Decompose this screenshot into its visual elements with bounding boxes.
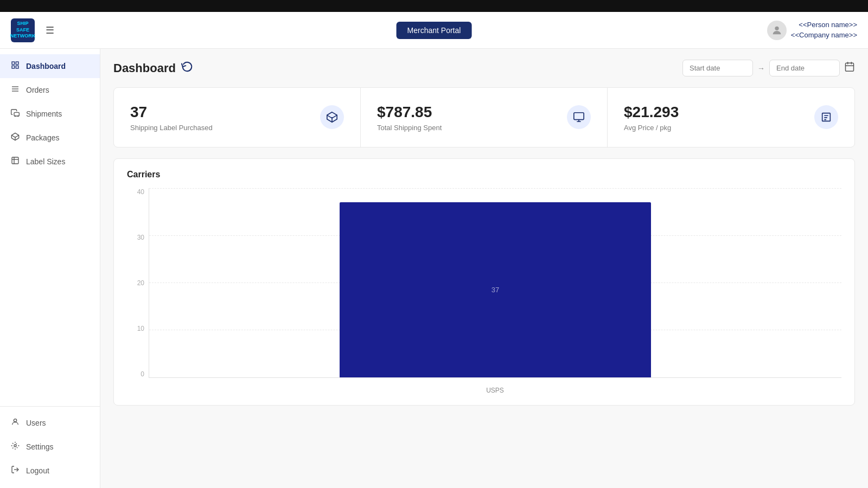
label-sizes-label: Label Sizes xyxy=(26,157,65,166)
sidebar-bottom: UsersSettingsLogout xyxy=(0,406,100,483)
sidebar: DashboardOrdersShipmentsPackagesLabel Si… xyxy=(0,49,100,488)
chart-plot: 37 xyxy=(149,188,841,378)
merchant-portal-button[interactable]: Merchant Portal xyxy=(397,22,472,39)
y-axis-label: 10 xyxy=(137,325,144,332)
logout-icon xyxy=(10,465,21,476)
sidebar-item-users[interactable]: Users xyxy=(0,411,100,435)
stat-icon-avg-price xyxy=(814,105,838,129)
logo-icon: SHIP SAFENETWORK xyxy=(11,18,35,42)
stat-info-total-shipping: $787.85Total Shipping Spent xyxy=(377,103,442,132)
person-name: <<Person name>> xyxy=(791,20,857,30)
sidebar-item-dashboard[interactable]: Dashboard xyxy=(0,54,100,78)
stat-value-shipping-label: 37 xyxy=(130,103,213,121)
svg-rect-12 xyxy=(12,157,18,164)
refresh-icon[interactable] xyxy=(181,61,193,75)
settings-label: Settings xyxy=(26,442,54,451)
y-axis-label: 40 xyxy=(137,188,144,196)
stat-info-avg-price: $21.293Avg Price / pkg xyxy=(624,103,679,132)
main-content: Dashboard → xyxy=(100,49,868,488)
header-right: <<Person name>> <<Company name>> xyxy=(767,20,857,40)
svg-point-0 xyxy=(775,26,778,30)
stat-label-avg-price: Avg Price / pkg xyxy=(624,124,679,132)
settings-icon xyxy=(10,441,21,452)
svg-point-9 xyxy=(15,115,15,116)
bar-value-label-USPS: 37 xyxy=(492,286,499,294)
y-axis-label: 20 xyxy=(137,279,144,287)
svg-point-16 xyxy=(14,445,16,447)
stat-card-shipping-label: 37Shipping Label Purchased xyxy=(114,88,361,147)
sidebar-item-shipments[interactable]: Shipments xyxy=(0,102,100,126)
sidebar-item-logout[interactable]: Logout xyxy=(0,459,100,483)
y-axis-label: 30 xyxy=(137,234,144,241)
page-title: Dashboard xyxy=(113,61,176,75)
chart-area: 403020100 37 USPS xyxy=(127,188,841,394)
stat-icon-total-shipping xyxy=(567,105,591,129)
stat-icon-shipping-label xyxy=(320,105,344,129)
start-date-input[interactable] xyxy=(682,60,753,76)
svg-rect-18 xyxy=(846,63,854,71)
top-bar xyxy=(0,0,868,12)
stat-value-total-shipping: $787.85 xyxy=(377,103,442,121)
chart-title: Carriers xyxy=(127,170,841,179)
chart-section: Carriers 403020100 37 USPS xyxy=(113,158,855,406)
date-range: → xyxy=(682,60,855,76)
sidebar-item-settings[interactable]: Settings xyxy=(0,435,100,459)
packages-icon xyxy=(10,132,21,143)
end-date-input[interactable] xyxy=(769,60,840,76)
x-label-USPS: USPS xyxy=(486,387,504,394)
user-info: <<Person name>> <<Company name>> xyxy=(791,20,857,40)
date-arrow: → xyxy=(757,64,765,73)
logo-area: SHIP SAFENETWORK ☰ xyxy=(11,18,54,42)
avatar xyxy=(767,21,787,40)
stat-label-total-shipping: Total Shipping Spent xyxy=(377,124,442,132)
packages-label: Packages xyxy=(26,133,59,142)
orders-label: Orders xyxy=(26,86,49,94)
bar-fill-USPS: 37 xyxy=(340,202,651,377)
svg-rect-23 xyxy=(574,113,584,120)
stat-card-total-shipping: $787.85Total Shipping Spent xyxy=(361,88,608,147)
bar-USPS: 37 xyxy=(340,188,651,377)
header: SHIP SAFENETWORK ☰ Merchant Portal <<Per… xyxy=(0,12,868,49)
calendar-icon[interactable] xyxy=(844,61,855,75)
y-axis-label: 0 xyxy=(141,370,144,378)
stats-row: 37Shipping Label Purchased$787.85Total S… xyxy=(113,87,855,147)
stat-info-shipping-label: 37Shipping Label Purchased xyxy=(130,103,213,132)
label-sizes-icon xyxy=(10,156,21,167)
company-name: <<Company name>> xyxy=(791,30,857,40)
hamburger-menu[interactable]: ☰ xyxy=(46,24,54,36)
dashboard-label: Dashboard xyxy=(26,62,66,70)
svg-point-10 xyxy=(18,115,18,116)
stat-card-avg-price: $21.293Avg Price / pkg xyxy=(608,88,854,147)
header-center: Merchant Portal xyxy=(397,22,472,39)
users-icon xyxy=(10,418,21,428)
stat-label-shipping-label: Shipping Label Purchased xyxy=(130,124,213,132)
sidebar-item-orders[interactable]: Orders xyxy=(0,78,100,102)
users-label: Users xyxy=(26,419,46,427)
logout-label: Logout xyxy=(26,466,49,475)
orders-icon xyxy=(10,85,21,95)
app-body: DashboardOrdersShipmentsPackagesLabel Si… xyxy=(0,49,868,488)
svg-rect-3 xyxy=(12,66,15,68)
page-title-area: Dashboard xyxy=(113,61,193,75)
chart-y-axis: 403020100 xyxy=(127,188,149,378)
sidebar-nav: DashboardOrdersShipmentsPackagesLabel Si… xyxy=(0,54,100,406)
shipments-icon xyxy=(10,108,21,119)
shipments-label: Shipments xyxy=(26,110,62,118)
svg-rect-2 xyxy=(16,62,18,65)
svg-rect-4 xyxy=(16,66,18,68)
sidebar-item-label-sizes[interactable]: Label Sizes xyxy=(0,150,100,174)
dashboard-icon xyxy=(10,61,21,72)
page-header: Dashboard → xyxy=(113,60,855,76)
stat-value-avg-price: $21.293 xyxy=(624,103,679,121)
svg-rect-1 xyxy=(12,62,15,65)
sidebar-item-packages[interactable]: Packages xyxy=(0,126,100,150)
svg-point-15 xyxy=(14,419,16,422)
